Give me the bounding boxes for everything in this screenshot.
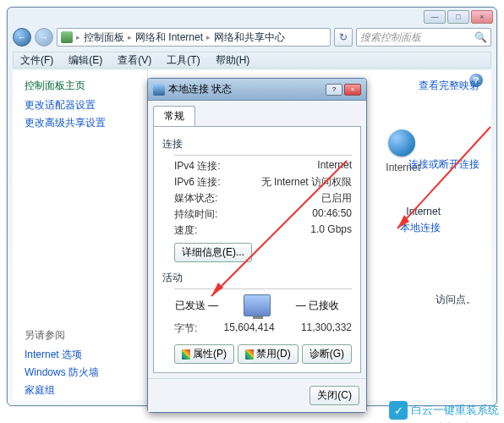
disable-label: 禁用(D) <box>256 347 291 361</box>
sidebar-internet-options[interactable]: Internet 选项 <box>25 348 135 362</box>
connect-disconnect-link[interactable]: 连接或断开连接 <box>408 157 479 172</box>
speed-value: 1.0 Gbps <box>310 223 352 238</box>
sidebar-home[interactable]: 控制面板主页 <box>25 79 135 93</box>
sent-label: 已发送 — <box>175 299 218 313</box>
connection-section: 连接 <box>162 137 352 151</box>
view-full-map-link[interactable]: 查看完整映射 <box>408 79 479 93</box>
dialog-title: 本地连接 状态 <box>168 82 232 96</box>
ipv6-value: 无 Internet 访问权限 <box>261 175 352 190</box>
properties-label: 属性(P) <box>193 347 227 361</box>
minimize-button[interactable]: — <box>424 10 446 24</box>
properties-button[interactable]: 属性(P) <box>174 344 234 364</box>
watermark-logo-icon: ✓ <box>389 401 408 420</box>
nav-back-button[interactable]: ← <box>13 28 31 47</box>
main-links: 查看完整映射 连接或断开连接 <box>408 79 479 185</box>
recv-label: — 已接收 <box>296 299 339 313</box>
bytes-recv: 11,300,332 <box>301 321 352 336</box>
details-button[interactable]: 详细信息(E)... <box>174 243 252 262</box>
ipv4-label: IPv4 连接: <box>174 159 221 173</box>
menu-edit[interactable]: 编辑(E) <box>62 52 109 69</box>
bytes-label: 字节: <box>174 321 197 336</box>
tab-body: 连接 IPv4 连接:Internet IPv6 连接:无 Internet 访… <box>153 126 361 373</box>
monitor-icon <box>244 294 271 316</box>
menubar: 文件(F) 编辑(E) 查看(V) 工具(T) 帮助(H) <box>13 52 491 69</box>
diagnose-button[interactable]: 诊断(G) <box>302 344 352 364</box>
nav-forward-button[interactable]: → <box>35 28 53 47</box>
access-point-text: 访问点。 <box>436 293 476 307</box>
address-bar: ← → ▸ 控制面板 ▸ 网络和 Internet ▸ 网络和共享中心 ↻ 搜索… <box>13 26 491 48</box>
dialog-titlebar[interactable]: 本地连接 状态 ? × <box>148 79 366 101</box>
tab-general[interactable]: 常规 <box>153 106 195 126</box>
ipv6-label: IPv6 连接: <box>174 175 221 190</box>
search-icon: 🔍 <box>474 31 487 43</box>
breadcrumb-seg[interactable]: 控制面板 <box>84 30 124 45</box>
close-dialog-button[interactable]: 关闭(C) <box>310 386 359 405</box>
media-value: 已启用 <box>321 191 352 206</box>
control-panel-icon <box>61 31 73 43</box>
connection-status-dialog: 本地连接 状态 ? × 常规 连接 IPv4 连接:Internet IPv6 … <box>147 78 367 413</box>
breadcrumb-sep: ▸ <box>206 33 211 41</box>
speed-label: 速度: <box>174 223 197 238</box>
sidebar-firewall[interactable]: Windows 防火墙 <box>25 365 135 380</box>
activity-section: 活动 <box>162 271 352 285</box>
sidebar-homegroup[interactable]: 家庭组 <box>25 383 135 398</box>
local-connection-link[interactable]: 本地连接 <box>400 221 441 235</box>
window-buttons: — □ × <box>424 10 493 24</box>
watermark-text: 白云一键重装系统 <box>411 403 499 418</box>
disable-button[interactable]: 禁用(D) <box>238 344 299 364</box>
breadcrumb[interactable]: ▸ 控制面板 ▸ 网络和 Internet ▸ 网络和共享中心 <box>57 28 331 47</box>
bytes-sent: 15,604,414 <box>224 321 275 336</box>
ipv4-value: Internet <box>317 159 352 173</box>
see-also-label: 另请参阅 <box>25 328 135 343</box>
breadcrumb-sep: ▸ <box>76 33 80 41</box>
sidebar-adapter[interactable]: 更改适配器设置 <box>25 98 135 113</box>
activity-graphic: 已发送 — — 已接收 <box>162 294 352 316</box>
search-placeholder: 搜索控制面板 <box>360 30 421 45</box>
menu-file[interactable]: 文件(F) <box>14 52 60 69</box>
search-input[interactable]: 搜索控制面板 🔍 <box>356 28 491 47</box>
dialog-footer: 关闭(C) <box>148 378 366 412</box>
sidebar: 控制面板主页 更改适配器设置 更改高级共享设置 另请参阅 Internet 选项… <box>13 70 148 400</box>
menu-help[interactable]: 帮助(H) <box>209 52 257 69</box>
duration-value: 00:46:50 <box>312 207 352 222</box>
network-icon <box>153 84 165 96</box>
breadcrumb-seg[interactable]: 网络和共享中心 <box>214 30 285 45</box>
close-button[interactable]: × <box>471 10 493 24</box>
media-label: 媒体状态: <box>174 191 217 206</box>
shield-icon <box>182 349 190 360</box>
menu-tools[interactable]: 工具(T) <box>160 52 206 69</box>
menu-view[interactable]: 查看(V) <box>111 52 158 69</box>
watermark: ✓ 白云一键重装系统 www.baiyunxitong.com <box>389 401 499 420</box>
duration-label: 持续时间: <box>174 207 217 222</box>
access-internet-label: Internet <box>406 206 441 217</box>
shield-icon <box>245 349 254 360</box>
breadcrumb-seg[interactable]: 网络和 Internet <box>135 30 203 45</box>
tabstrip: 常规 <box>148 101 366 126</box>
refresh-button[interactable]: ↻ <box>334 28 353 47</box>
maximize-button[interactable]: □ <box>447 10 469 24</box>
dialog-close-button[interactable]: × <box>344 84 361 96</box>
breadcrumb-sep: ▸ <box>128 33 132 41</box>
sidebar-sharing[interactable]: 更改高级共享设置 <box>25 116 135 130</box>
dialog-help-button[interactable]: ? <box>326 84 342 96</box>
